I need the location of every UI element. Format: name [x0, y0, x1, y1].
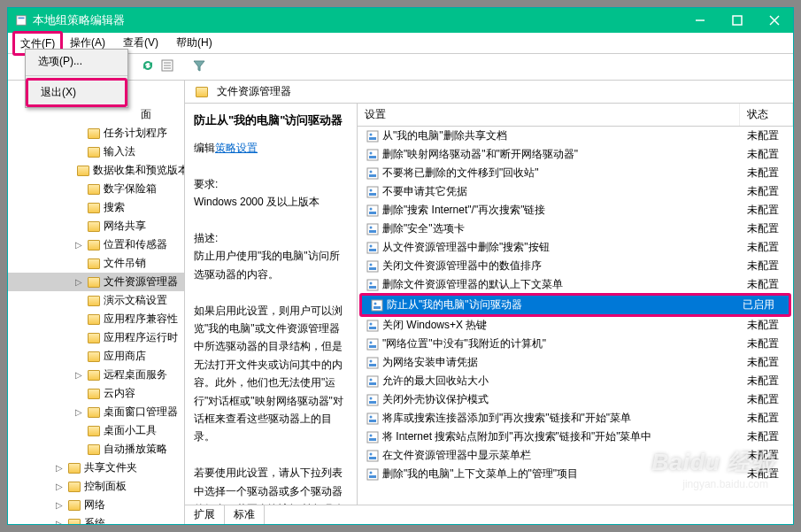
- list-row[interactable]: 从文件资源管理器中删除"搜索"按钮未配置: [358, 238, 793, 257]
- policy-title: 防止从"我的电脑"访问驱动器: [194, 111, 348, 130]
- close-button[interactable]: [756, 8, 793, 33]
- svg-point-53: [370, 397, 373, 399]
- policy-icon: [366, 375, 379, 388]
- svg-point-14: [370, 151, 373, 154]
- tree-item[interactable]: ▷位置和传感器: [8, 235, 184, 254]
- policy-icon: [366, 130, 379, 143]
- svg-point-26: [370, 226, 373, 228]
- policy-icon: [366, 338, 379, 351]
- svg-rect-15: [369, 156, 376, 158]
- svg-rect-28: [367, 243, 378, 253]
- tree-item[interactable]: 云内容: [8, 384, 184, 403]
- svg-point-35: [370, 281, 373, 284]
- svg-rect-18: [369, 174, 376, 177]
- svg-rect-19: [367, 187, 378, 197]
- list-row[interactable]: 删除"映射网络驱动器"和"断开网络驱动器"未配置: [358, 145, 793, 164]
- list-row[interactable]: 将库或搜索连接器添加到"再次搜索"链接和"开始"菜单未配置: [358, 409, 793, 428]
- tree-item[interactable]: 搜索: [8, 198, 184, 217]
- svg-rect-66: [369, 475, 376, 478]
- svg-point-50: [370, 378, 373, 381]
- svg-rect-60: [369, 438, 376, 441]
- refresh-icon[interactable]: [141, 58, 155, 76]
- svg-rect-39: [374, 306, 381, 309]
- main-header-title: 文件资源管理器: [217, 84, 291, 99]
- svg-rect-3: [733, 16, 742, 25]
- policy-icon: [366, 450, 379, 462]
- tree-item[interactable]: 自动播放策略: [8, 440, 184, 459]
- minimize-button[interactable]: [682, 8, 719, 33]
- filter-icon[interactable]: [192, 58, 206, 76]
- list-row[interactable]: 删除"搜索 Internet"/"再次搜索"链接未配置: [358, 201, 793, 220]
- policy-icon: [366, 431, 379, 443]
- svg-rect-1: [19, 18, 25, 19]
- list-row[interactable]: 不要将已删除的文件移到"回收站"未配置: [358, 164, 793, 182]
- tree-item[interactable]: 应用程序运行时: [8, 328, 184, 347]
- tree-item[interactable]: ▷桌面窗口管理器: [8, 403, 184, 421]
- list-row[interactable]: 将 Internet 搜索站点附加到"再次搜索"链接和"开始"菜单中未配置: [358, 428, 793, 446]
- svg-rect-54: [369, 401, 376, 404]
- tree-item[interactable]: ▷控制面板: [8, 477, 184, 496]
- tree-item[interactable]: ▷文件资源管理器: [8, 273, 184, 291]
- tree-item[interactable]: 数字保险箱: [8, 180, 184, 198]
- svg-rect-25: [367, 224, 378, 235]
- svg-rect-0: [17, 16, 27, 26]
- list-row[interactable]: 关闭外壳协议保护模式未配置: [358, 390, 793, 409]
- list-row[interactable]: 在文件资源管理器中显示菜单栏未配置: [358, 446, 793, 465]
- maximize-button[interactable]: [719, 8, 756, 33]
- svg-point-11: [370, 133, 373, 135]
- svg-rect-45: [369, 345, 376, 348]
- svg-rect-61: [367, 451, 378, 461]
- policy-icon: [366, 149, 379, 161]
- col-status[interactable]: 状态: [740, 104, 793, 126]
- tree-item[interactable]: ▷网络: [8, 496, 184, 514]
- properties-icon[interactable]: [160, 58, 174, 76]
- svg-rect-13: [367, 150, 378, 160]
- policy-icon: [366, 186, 379, 198]
- tab-standard[interactable]: 标准: [225, 505, 265, 524]
- nav-tree[interactable]: 面 任务计划程序输入法数据收集和预览版本数字保险箱搜索网络共享▷位置和传感器文件…: [8, 81, 185, 524]
- list-row[interactable]: 防止从"我的电脑"访问驱动器已启用: [362, 296, 789, 314]
- list-row[interactable]: "网络位置"中没有"我附近的计算机"未配置: [358, 335, 793, 353]
- col-setting[interactable]: 设置: [358, 104, 740, 126]
- description-pane: 防止从"我的电脑"访问驱动器 编辑策略设置 要求: Windows 2000 及…: [185, 104, 358, 505]
- tab-extended[interactable]: 扩展: [185, 505, 225, 524]
- menu-options[interactable]: 选项(P)...: [26, 50, 127, 73]
- list-row[interactable]: 关闭 Windows+X 热键未配置: [358, 316, 793, 335]
- settings-list[interactable]: 设置 状态 从"我的电脑"删除共享文档未配置删除"映射网络驱动器"和"断开网络驱…: [358, 104, 793, 505]
- list-row[interactable]: 关闭文件资源管理器中的数值排序未配置: [358, 257, 793, 275]
- policy-icon: [366, 412, 379, 425]
- tree-item[interactable]: 文件吊销: [8, 254, 184, 273]
- edit-policy-link[interactable]: 策略设置: [215, 142, 258, 154]
- tree-item[interactable]: ▷远程桌面服务: [8, 366, 184, 384]
- tree-item[interactable]: 演示文稿设置: [8, 291, 184, 310]
- tree-item[interactable]: ▷系统: [8, 514, 184, 524]
- svg-point-59: [370, 434, 373, 436]
- svg-point-20: [370, 189, 373, 191]
- tree-item[interactable]: 数据收集和预览版本: [8, 161, 184, 180]
- svg-rect-40: [367, 320, 378, 331]
- list-row[interactable]: 允许的最大回收站大小未配置: [358, 372, 793, 390]
- menu-help[interactable]: 帮助(H): [167, 33, 221, 53]
- tree-item[interactable]: 网络共享: [8, 217, 184, 235]
- svg-rect-21: [369, 193, 376, 196]
- svg-point-65: [370, 471, 373, 474]
- tree-item[interactable]: 输入法: [8, 143, 184, 161]
- policy-icon: [366, 204, 379, 217]
- list-row[interactable]: 不要申请其它凭据未配置: [358, 182, 793, 201]
- list-row[interactable]: 从"我的电脑"删除共享文档未配置: [358, 127, 793, 145]
- list-row[interactable]: 删除"我的电脑"上下文菜单上的"管理"项目未配置: [358, 465, 793, 483]
- tree-item[interactable]: 应用程序兼容性: [8, 310, 184, 328]
- folder-icon: [196, 87, 208, 97]
- list-row[interactable]: 删除文件资源管理器的默认上下文菜单未配置: [358, 275, 793, 294]
- svg-point-23: [370, 207, 373, 210]
- list-row[interactable]: 删除"安全"选项卡未配置: [358, 220, 793, 238]
- tree-item[interactable]: 桌面小工具: [8, 421, 184, 440]
- tree-item-peek[interactable]: 面: [8, 105, 184, 124]
- tree-item[interactable]: 任务计划程序: [8, 124, 184, 143]
- list-row[interactable]: 为网络安装申请凭据未配置: [358, 353, 793, 372]
- tree-item[interactable]: 应用商店: [8, 347, 184, 366]
- menu-exit[interactable]: 退出(X): [26, 78, 127, 107]
- tree-item[interactable]: ▷共享文件夹: [8, 459, 184, 477]
- svg-rect-22: [367, 205, 378, 216]
- policy-icon: [366, 357, 379, 369]
